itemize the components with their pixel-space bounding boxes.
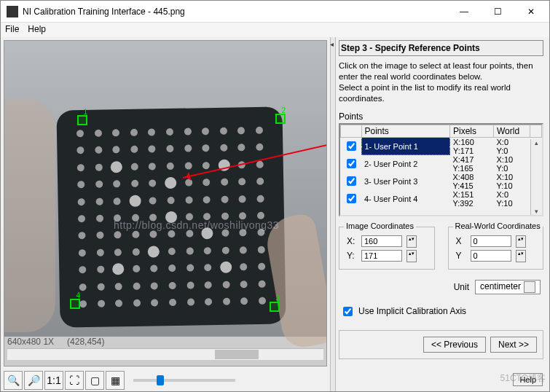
horizontal-scrollbar[interactable] xyxy=(7,348,323,360)
col-world[interactable]: World xyxy=(494,125,530,137)
implicit-axis-label: Use Implicit Calibration Axis xyxy=(358,306,466,316)
point-checkbox-4[interactable] xyxy=(347,194,356,203)
brand-watermark: 51CTO博客 xyxy=(500,372,546,385)
point-row-2[interactable]: 2- User Point 2X:417X:10 xyxy=(341,155,542,164)
points-label: Points xyxy=(339,111,543,122)
implicit-axis-checkbox[interactable] xyxy=(343,307,353,316)
point-checkbox-3[interactable] xyxy=(347,176,356,186)
real-x-input[interactable]: 0 xyxy=(471,235,511,247)
close-button[interactable]: ✕ xyxy=(514,1,548,23)
splitter-handle[interactable] xyxy=(330,37,336,391)
cursor-position: (428,454) xyxy=(67,337,104,348)
real-y-spinner[interactable]: ▴▾ xyxy=(516,250,526,262)
point-row-1[interactable]: 1- User Point 1X:160X:0 xyxy=(341,137,542,146)
zoom-in-icon[interactable]: 🔍 xyxy=(4,371,23,390)
image-x-spinner[interactable]: ▴▾ xyxy=(406,235,417,248)
camera-image[interactable]: http://blog.csdn.net/woshiliyong33 xyxy=(4,41,326,337)
real-x-spinner[interactable]: ▴▾ xyxy=(516,235,526,248)
palette-icon[interactable]: ▦ xyxy=(106,371,125,390)
window-title: NI Calibration Training Interface - 445.… xyxy=(23,7,447,17)
realworld-coords-group: Real-World Coordinates X 0 ▴▾ Y 0 ▴▾ xyxy=(448,227,544,270)
menu-bar: File Help xyxy=(1,23,549,37)
point-checkbox-1[interactable] xyxy=(347,141,356,151)
zoom-slider[interactable] xyxy=(133,379,235,382)
zoom-fit-icon[interactable]: ⛶ xyxy=(65,371,84,390)
image-y-input[interactable]: 171 xyxy=(361,250,402,262)
step-header: Step 3 - Specify Reference Points xyxy=(339,40,543,56)
image-y-spinner[interactable]: ▴▾ xyxy=(406,250,417,262)
unit-label: Unit xyxy=(454,282,469,292)
calibration-marker-1[interactable] xyxy=(77,115,87,125)
nav-button-group: << Previous Next >> xyxy=(339,330,543,359)
next-button[interactable]: Next >> xyxy=(490,337,537,353)
status-bar: 640x480 1X (428,454) xyxy=(4,337,326,348)
points-scrollbar[interactable] xyxy=(530,139,542,215)
image-size-label: 640x480 1X xyxy=(7,337,54,348)
titlebar: NI Calibration Training Interface - 445.… xyxy=(1,1,549,23)
col-points[interactable]: Points xyxy=(361,125,450,137)
watermark-text: http://blog.csdn.net/woshiliyong33 xyxy=(114,219,279,231)
minimize-button[interactable]: — xyxy=(447,1,481,23)
image-coords-group: Image Coordinates X: 160 ▴▾ Y: 171 ▴▾ xyxy=(339,227,435,270)
menu-file[interactable]: File xyxy=(5,24,19,36)
calibration-marker-4[interactable] xyxy=(70,299,80,309)
zoom-out-icon[interactable]: 🔎 xyxy=(24,371,43,390)
previous-button[interactable]: << Previous xyxy=(423,337,486,353)
unit-dropdown[interactable]: centimeter xyxy=(475,280,541,294)
zoom-region-icon[interactable]: ▢ xyxy=(85,371,104,390)
calibration-marker-3[interactable] xyxy=(270,302,280,312)
calibration-marker-2[interactable] xyxy=(275,114,286,124)
step-instructions: Click on the image to select at least fo… xyxy=(339,60,543,104)
image-viewer[interactable]: http://blog.csdn.net/woshiliyong33 640x4… xyxy=(4,40,327,366)
col-pixels[interactable]: Pixels xyxy=(450,125,494,137)
app-icon xyxy=(7,6,18,17)
point-row-4[interactable]: 4- User Point 4X:151X:0 xyxy=(341,190,542,199)
maximize-button[interactable]: ☐ xyxy=(481,1,514,23)
point-checkbox-2[interactable] xyxy=(347,159,356,168)
image-x-input[interactable]: 160 xyxy=(361,235,402,247)
zoom-toolbar: 🔍 🔎 1:1 ⛶ ▢ ▦ xyxy=(1,369,330,391)
point-row-3[interactable]: 3- User Point 3X:408X:10 xyxy=(341,173,542,181)
points-list[interactable]: Points Pixels World 1- User Point 1X:160… xyxy=(339,123,543,216)
menu-help[interactable]: Help xyxy=(28,24,46,36)
real-y-input[interactable]: 0 xyxy=(471,250,511,262)
zoom-1-1-icon[interactable]: 1:1 xyxy=(44,371,63,390)
